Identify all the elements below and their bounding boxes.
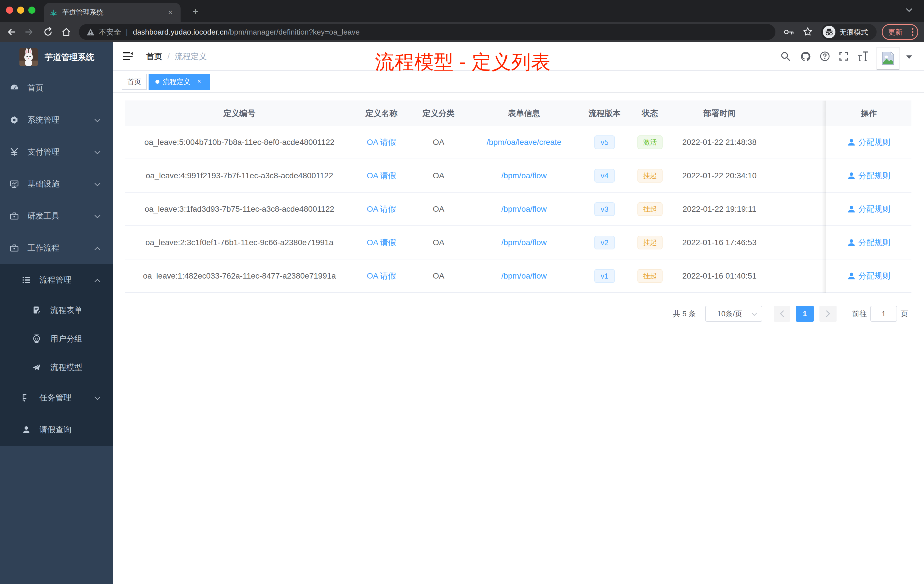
- assign-rule-button[interactable]: 分配规则: [847, 137, 890, 148]
- tag-home[interactable]: 首页: [122, 74, 147, 90]
- sidebar-item-workflow[interactable]: 工作流程: [0, 232, 113, 264]
- cell-definition-name: OA 请假: [354, 193, 409, 226]
- form-link[interactable]: /bpm/oa/flow: [502, 271, 547, 280]
- col-header-id: 定义编号: [125, 101, 354, 126]
- chevron-down-icon: [94, 115, 101, 125]
- sidebar-item-label: 研发工具: [27, 211, 59, 221]
- reload-icon[interactable]: [43, 27, 53, 37]
- breadcrumb-home[interactable]: 首页: [146, 51, 162, 62]
- cell-version: v4: [580, 159, 629, 192]
- new-tab-button[interactable]: +: [188, 6, 202, 17]
- next-page-button[interactable]: [819, 306, 837, 322]
- table-header: 定义编号 定义名称 定义分类 表单信息 流程版本 状态 部署时间 操作: [125, 101, 911, 126]
- assign-rule-label: 分配规则: [858, 204, 890, 214]
- sidebar-item-infra[interactable]: 基础设施: [0, 168, 113, 200]
- assign-rule-button[interactable]: 分配规则: [847, 237, 890, 248]
- definition-name-link[interactable]: OA 请假: [367, 237, 396, 248]
- cell-status: 挂起: [629, 259, 671, 292]
- cell-actions: 分配规则: [826, 126, 911, 158]
- url-domain[interactable]: dashboard.yudao.iocoder.cn: [133, 28, 228, 36]
- definition-name-link[interactable]: OA 请假: [367, 137, 396, 148]
- font-size-icon[interactable]: [857, 51, 869, 61]
- sidebar-item-label: 请假查询: [40, 424, 71, 435]
- definition-name-link[interactable]: OA 请假: [367, 170, 396, 181]
- avatar-dropdown-caret[interactable]: [906, 55, 912, 59]
- content-area: 定义编号 定义名称 定义分类 表单信息 流程版本 状态 部署时间 操作 oa_l…: [113, 92, 924, 584]
- assign-rule-button[interactable]: 分配规则: [847, 170, 890, 181]
- not-secure-label[interactable]: 不安全: [99, 27, 121, 37]
- tag-close-icon[interactable]: ×: [195, 78, 203, 86]
- sidebar-item-label: 支付管理: [27, 147, 59, 157]
- github-icon[interactable]: [800, 51, 811, 62]
- form-link[interactable]: /bpm/oa/flow: [502, 205, 547, 214]
- tag-process-definition[interactable]: 流程定义 ×: [148, 74, 210, 90]
- tab-close-icon[interactable]: ×: [166, 8, 175, 17]
- bookmark-star-icon[interactable]: [803, 27, 813, 36]
- sidebar-item-task-management[interactable]: 任务管理: [0, 382, 113, 414]
- goto-page-input[interactable]: 1: [870, 306, 897, 322]
- cell-deploy-time: 2022-01-22 20:34:10: [671, 159, 768, 192]
- form-link[interactable]: /bpm/oa/leave/create: [487, 138, 561, 147]
- back-icon[interactable]: [6, 27, 16, 37]
- select-chevron-icon: [751, 313, 757, 316]
- cell-actions: 分配规则: [826, 226, 911, 259]
- assign-rule-button[interactable]: 分配规则: [847, 271, 890, 281]
- forward-icon[interactable]: [24, 27, 34, 37]
- chevron-down-icon: [94, 180, 101, 188]
- status-badge: 激活: [637, 135, 663, 149]
- home-icon[interactable]: [61, 27, 71, 37]
- cell-actions: 分配规则: [826, 259, 911, 292]
- tab-search-chevron-icon[interactable]: [906, 8, 912, 13]
- version-tag: v3: [594, 202, 615, 216]
- browser-tab[interactable]: 芋道管理系统 ×: [44, 3, 181, 22]
- definition-name-link[interactable]: OA 请假: [367, 204, 396, 214]
- sidebar-item-leave-query[interactable]: 请假查询: [0, 414, 113, 446]
- col-header-category: 定义分类: [409, 101, 468, 126]
- sidebar-item-user-group[interactable]: 用户分组: [0, 325, 113, 353]
- assign-rule-button[interactable]: 分配规则: [847, 204, 890, 214]
- sidebar-item-process-management[interactable]: 流程管理: [0, 264, 113, 296]
- browser-menu-icon[interactable]: [912, 28, 913, 36]
- form-link[interactable]: /bpm/oa/flow: [502, 238, 547, 247]
- current-page-button[interactable]: 1: [796, 306, 814, 322]
- cell-definition-id: oa_leave:5:004b710b-7b8a-11ec-8ef0-acde4…: [125, 126, 354, 158]
- cell-actions: 分配规则: [826, 159, 911, 192]
- sidebar-item-system[interactable]: 系统管理: [0, 104, 113, 136]
- sidebar-item-devtools[interactable]: 研发工具: [0, 200, 113, 232]
- assign-user-icon: [847, 138, 855, 146]
- sidebar-logo[interactable]: 芋道管理系统: [0, 42, 113, 72]
- address-bar[interactable]: 不安全 | dashboard.yudao.iocoder.cn/bpm/man…: [79, 24, 776, 40]
- sidebar-item-process-model[interactable]: 流程模型: [0, 353, 113, 382]
- form-link[interactable]: /bpm/oa/flow: [502, 171, 547, 180]
- cell-category: OA: [409, 126, 468, 158]
- dashboard-icon: [10, 83, 19, 92]
- incognito-badge[interactable]: 无痕模式: [821, 24, 876, 40]
- version-tag: v4: [594, 169, 615, 183]
- cell-definition-name: OA 请假: [354, 159, 409, 192]
- col-header-form: 表单信息: [468, 101, 580, 126]
- window-minimize-button[interactable]: [17, 7, 24, 14]
- not-secure-warning-icon[interactable]: [86, 28, 95, 36]
- search-icon[interactable]: [780, 51, 790, 61]
- definition-name-link[interactable]: OA 请假: [367, 271, 396, 281]
- table-body: oa_leave:5:004b710b-7b8a-11ec-8ef0-acde4…: [125, 126, 911, 293]
- help-icon[interactable]: [820, 51, 830, 61]
- table-row: oa_leave:2:3c1f0ef1-76b1-11ec-9c66-a2380…: [125, 226, 911, 259]
- pagination: 共 5 条 10条/页 1 前往 1: [673, 306, 908, 322]
- page-size-select[interactable]: 10条/页: [705, 306, 762, 322]
- sidebar-item-payment[interactable]: 支付管理: [0, 136, 113, 168]
- window-zoom-button[interactable]: [28, 7, 35, 14]
- definition-table: 定义编号 定义名称 定义分类 表单信息 流程版本 状态 部署时间 操作 oa_l…: [125, 101, 911, 293]
- sidebar-item-label: 系统管理: [27, 115, 59, 125]
- prev-page-button[interactable]: [774, 306, 790, 322]
- sidebar-item-process-form[interactable]: 流程表单: [0, 296, 113, 325]
- password-key-icon[interactable]: [784, 28, 794, 36]
- fullscreen-icon[interactable]: [839, 51, 848, 61]
- sidebar-item-home[interactable]: 首页: [0, 72, 113, 104]
- chrome-update-button[interactable]: 更新: [882, 24, 918, 40]
- user-avatar[interactable]: [876, 47, 899, 70]
- form-edit-icon: [32, 306, 41, 315]
- url-path[interactable]: /bpm/manager/definition?key=oa_leave: [228, 28, 360, 36]
- window-close-button[interactable]: [6, 7, 13, 14]
- sidebar-collapse-icon[interactable]: [123, 52, 132, 61]
